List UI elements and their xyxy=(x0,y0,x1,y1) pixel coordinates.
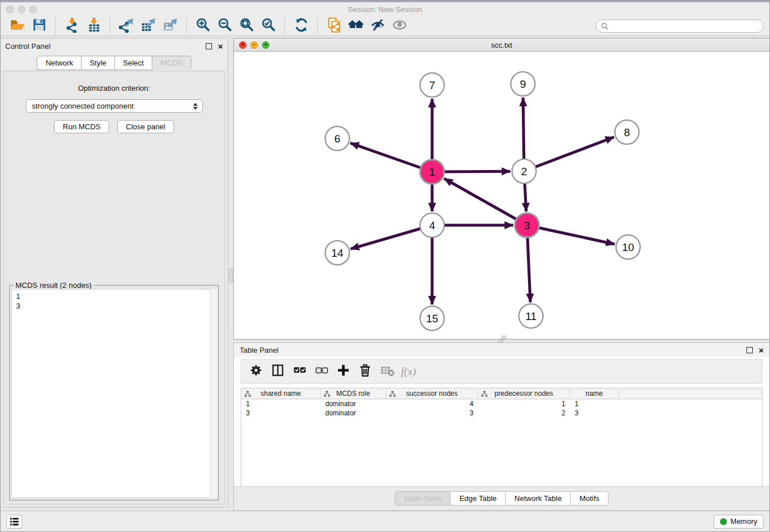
node-table-header: shared nameMCDS rolesuccessor nodesprede… xyxy=(241,388,762,399)
result-scrollbar[interactable] xyxy=(210,289,217,498)
dropdown-stepper-icon xyxy=(193,103,199,110)
add-column-icon xyxy=(336,363,351,380)
first-neighbors-button[interactable] xyxy=(346,18,365,35)
table-cell[interactable]: dominator xyxy=(321,408,386,418)
node-label: 8 xyxy=(624,126,630,138)
table-cell[interactable]: 1 xyxy=(478,399,570,408)
tab-node-table[interactable]: Node Table xyxy=(395,491,451,506)
graph-node-9[interactable]: 9 xyxy=(511,72,535,96)
table-settings-button[interactable] xyxy=(246,362,265,381)
column-header-successor-nodes[interactable]: successor nodes xyxy=(386,388,478,399)
table-cell[interactable]: 1 xyxy=(241,399,321,408)
graph-node-3[interactable]: 3 xyxy=(515,213,539,237)
import-network-button[interactable] xyxy=(63,18,81,35)
graph-node-15[interactable]: 15 xyxy=(420,306,444,330)
node-label: 11 xyxy=(525,310,537,322)
duplicate-network-icon xyxy=(326,17,342,35)
zoom-in-icon xyxy=(195,17,211,35)
add-column-button[interactable] xyxy=(333,362,353,381)
shared-column-icon xyxy=(389,391,396,397)
save-session-button[interactable] xyxy=(30,18,48,35)
network-graph: 7968124314101511 xyxy=(234,52,769,339)
mcds-result-text[interactable]: 13 xyxy=(11,289,217,498)
export-network-button[interactable] xyxy=(117,18,136,35)
export-image-button[interactable] xyxy=(161,18,179,35)
import-table-button[interactable] xyxy=(84,18,103,35)
control-panel-header: Control Panel × xyxy=(1,38,228,53)
table-cell[interactable]: 3 xyxy=(386,408,478,418)
table-close-icon[interactable]: × xyxy=(759,347,764,353)
import-network-icon xyxy=(64,17,80,35)
search-area xyxy=(596,20,764,33)
graph-node-2[interactable]: 2 xyxy=(512,159,536,183)
vertical-splitter[interactable] xyxy=(228,36,233,512)
toolbar-icon-groups xyxy=(6,18,410,35)
network-canvas[interactable]: 7968124314101511 xyxy=(234,52,769,339)
zoom-fit-button[interactable] xyxy=(237,18,256,35)
graph-node-14[interactable]: 14 xyxy=(325,241,349,265)
graph-node-11[interactable]: 11 xyxy=(519,304,543,328)
graph-node-1[interactable]: 1 xyxy=(420,160,444,184)
duplicate-network-button[interactable] xyxy=(325,18,343,35)
deselect-all-button[interactable] xyxy=(311,362,331,381)
column-header-name[interactable]: name xyxy=(570,388,619,399)
node-table-body: 1dominator4113dominator323 xyxy=(241,399,762,418)
table-float-icon[interactable] xyxy=(746,347,753,353)
show-all-button[interactable] xyxy=(390,18,409,35)
table-cell[interactable]: 3 xyxy=(241,408,321,418)
control-panel-tabs: NetworkStyleSelectMCDS xyxy=(1,56,228,70)
hide-selected-button[interactable] xyxy=(368,18,387,35)
table-cell[interactable]: dominator xyxy=(321,399,386,408)
edge-2-8[interactable] xyxy=(524,137,614,171)
control-tab-style[interactable]: Style xyxy=(82,56,115,70)
column-header-label: successor nodes xyxy=(406,390,457,398)
graph-node-7[interactable]: 7 xyxy=(420,73,444,97)
refresh-view-button[interactable] xyxy=(292,18,310,35)
vertical-splitter-knob[interactable] xyxy=(229,269,233,283)
tab-network-table[interactable]: Network Table xyxy=(506,491,571,506)
close-panel-icon[interactable]: × xyxy=(218,43,223,49)
search-input[interactable] xyxy=(611,22,759,30)
table-cell[interactable]: 1 xyxy=(570,399,619,408)
table-row[interactable]: 1dominator411 xyxy=(241,399,762,408)
graph-node-10[interactable]: 10 xyxy=(616,235,640,259)
run-mcds-button[interactable]: Run MCDS xyxy=(54,120,109,133)
table-row[interactable]: 3dominator323 xyxy=(241,408,762,418)
zoom-in-button[interactable] xyxy=(194,18,212,35)
tab-edge-table[interactable]: Edge Table xyxy=(451,491,506,506)
node-label: 14 xyxy=(331,247,344,259)
table-toolbar: f(x) xyxy=(241,359,763,384)
control-panel: Control Panel × NetworkStyleSelectMCDS O… xyxy=(1,38,228,507)
column-header-predecessor-nodes[interactable]: predecessor nodes xyxy=(478,388,570,399)
tab-motifs[interactable]: Motifs xyxy=(571,491,609,506)
control-tab-select[interactable]: Select xyxy=(115,56,152,70)
graph-node-6[interactable]: 6 xyxy=(325,126,349,151)
edge-1-6[interactable] xyxy=(351,143,432,172)
column-header-mcds-role[interactable]: MCDS role xyxy=(321,388,386,399)
table-cell[interactable]: 4 xyxy=(386,399,478,408)
edge-3-1[interactable] xyxy=(444,179,527,225)
zoom-selected-button[interactable] xyxy=(259,18,278,35)
memory-button[interactable]: Memory xyxy=(714,515,764,529)
edge-3-10[interactable] xyxy=(527,225,615,244)
close-panel-button[interactable]: Close panel xyxy=(117,120,174,133)
select-all-button[interactable] xyxy=(290,362,309,381)
open-file-button[interactable] xyxy=(8,18,26,35)
graph-node-4[interactable]: 4 xyxy=(420,213,444,237)
search-field[interactable] xyxy=(596,20,764,33)
column-header-shared-name[interactable]: shared name xyxy=(241,388,321,399)
column-visibility-button[interactable] xyxy=(268,362,287,381)
export-table-button[interactable] xyxy=(139,18,157,35)
criterion-dropdown[interactable]: strongly connected component xyxy=(26,99,203,113)
task-history-button[interactable] xyxy=(6,515,22,529)
control-tab-mcds[interactable]: MCDS xyxy=(152,56,191,70)
function-builder-button: f(x) xyxy=(399,362,418,381)
control-tab-network[interactable]: Network xyxy=(37,56,82,70)
zoom-out-button[interactable] xyxy=(215,18,234,35)
graph-node-8[interactable]: 8 xyxy=(615,120,639,144)
table-cell[interactable]: 3 xyxy=(570,408,619,418)
delete-column-button[interactable] xyxy=(355,362,375,381)
canvas-resize-knob[interactable] xyxy=(502,336,506,339)
float-panel-icon[interactable] xyxy=(206,43,212,49)
table-cell[interactable]: 2 xyxy=(478,408,570,418)
